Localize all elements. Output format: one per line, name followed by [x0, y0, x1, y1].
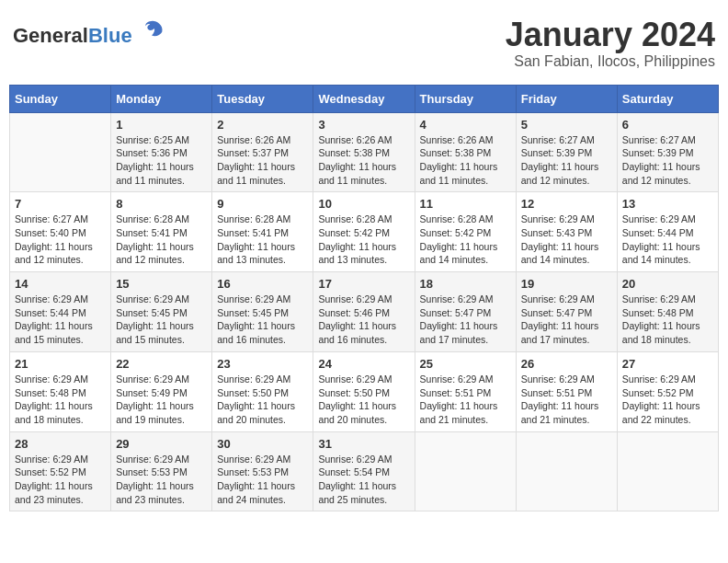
calendar-cell: 22 Sunrise: 6:29 AMSunset: 5:49 PMDaylig…	[111, 351, 212, 431]
day-info: Sunrise: 6:28 AMSunset: 5:42 PMDaylight:…	[420, 213, 511, 267]
day-info: Sunrise: 6:29 AMSunset: 5:46 PMDaylight:…	[318, 293, 409, 347]
day-number: 20	[622, 277, 713, 291]
calendar-cell: 19 Sunrise: 6:29 AMSunset: 5:47 PMDaylig…	[516, 272, 617, 352]
day-info: Sunrise: 6:29 AMSunset: 5:53 PMDaylight:…	[217, 453, 308, 507]
day-info: Sunrise: 6:29 AMSunset: 5:53 PMDaylight:…	[116, 453, 207, 507]
logo-general-text: General	[13, 24, 88, 47]
day-info: Sunrise: 6:25 AMSunset: 5:36 PMDaylight:…	[116, 133, 207, 188]
day-number: 28	[15, 437, 106, 451]
day-number: 7	[15, 197, 106, 211]
calendar-cell: 28 Sunrise: 6:29 AMSunset: 5:52 PMDaylig…	[10, 431, 111, 511]
day-info: Sunrise: 6:29 AMSunset: 5:52 PMDaylight:…	[15, 453, 106, 507]
day-info: Sunrise: 6:27 AMSunset: 5:39 PMDaylight:…	[521, 133, 612, 188]
day-number: 21	[15, 357, 106, 371]
day-number: 6	[622, 118, 713, 132]
day-number: 8	[116, 197, 207, 211]
calendar-week-row: 1 Sunrise: 6:25 AMSunset: 5:36 PMDayligh…	[10, 112, 719, 192]
calendar-week-row: 28 Sunrise: 6:29 AMSunset: 5:52 PMDaylig…	[10, 431, 719, 511]
day-number: 30	[217, 437, 308, 451]
day-info: Sunrise: 6:29 AMSunset: 5:49 PMDaylight:…	[116, 373, 207, 427]
calendar-cell: 8 Sunrise: 6:28 AMSunset: 5:41 PMDayligh…	[111, 192, 212, 272]
day-info: Sunrise: 6:28 AMSunset: 5:41 PMDaylight:…	[116, 213, 207, 267]
column-header-tuesday: Tuesday	[212, 85, 313, 112]
day-number: 12	[521, 197, 612, 211]
calendar-cell: 26 Sunrise: 6:29 AMSunset: 5:51 PMDaylig…	[516, 351, 617, 431]
day-number: 24	[318, 357, 409, 371]
calendar-cell: 29 Sunrise: 6:29 AMSunset: 5:53 PMDaylig…	[111, 431, 212, 511]
calendar-cell: 13 Sunrise: 6:29 AMSunset: 5:44 PMDaylig…	[617, 192, 718, 272]
calendar-cell: 12 Sunrise: 6:29 AMSunset: 5:43 PMDaylig…	[516, 192, 617, 272]
calendar-cell: 18 Sunrise: 6:29 AMSunset: 5:47 PMDaylig…	[415, 272, 516, 352]
calendar-cell: 4 Sunrise: 6:26 AMSunset: 5:38 PMDayligh…	[415, 112, 516, 192]
calendar-cell: 27 Sunrise: 6:29 AMSunset: 5:52 PMDaylig…	[617, 351, 718, 431]
day-number: 2	[217, 118, 308, 132]
day-info: Sunrise: 6:26 AMSunset: 5:38 PMDaylight:…	[318, 133, 409, 188]
logo: GeneralBlue	[13, 17, 165, 46]
column-header-wednesday: Wednesday	[313, 85, 415, 112]
day-number: 22	[116, 357, 207, 371]
day-number: 13	[622, 197, 713, 211]
calendar-cell: 2 Sunrise: 6:26 AMSunset: 5:37 PMDayligh…	[212, 112, 313, 192]
day-info: Sunrise: 6:29 AMSunset: 5:51 PMDaylight:…	[521, 373, 612, 427]
calendar-cell: 15 Sunrise: 6:29 AMSunset: 5:45 PMDaylig…	[111, 272, 212, 352]
calendar-week-row: 7 Sunrise: 6:27 AMSunset: 5:40 PMDayligh…	[10, 192, 719, 272]
day-number: 26	[521, 357, 612, 371]
day-info: Sunrise: 6:29 AMSunset: 5:45 PMDaylight:…	[217, 293, 308, 347]
calendar-cell: 20 Sunrise: 6:29 AMSunset: 5:48 PMDaylig…	[617, 272, 718, 352]
day-info: Sunrise: 6:29 AMSunset: 5:45 PMDaylight:…	[116, 293, 207, 347]
location-subtitle: San Fabian, Ilocos, Philippines	[506, 53, 715, 70]
calendar-header-row: SundayMondayTuesdayWednesdayThursdayFrid…	[10, 85, 719, 112]
day-number: 23	[217, 357, 308, 371]
day-info: Sunrise: 6:29 AMSunset: 5:48 PMDaylight:…	[15, 373, 106, 427]
day-info: Sunrise: 6:29 AMSunset: 5:44 PMDaylight:…	[622, 213, 713, 267]
title-block: January 2024 San Fabian, Ilocos, Philipp…	[506, 17, 715, 70]
column-header-saturday: Saturday	[617, 85, 718, 112]
calendar-cell	[415, 431, 516, 511]
day-number: 18	[420, 277, 511, 291]
calendar-cell: 11 Sunrise: 6:28 AMSunset: 5:42 PMDaylig…	[415, 192, 516, 272]
calendar-cell	[516, 431, 617, 511]
day-number: 25	[420, 357, 511, 371]
calendar-cell: 6 Sunrise: 6:27 AMSunset: 5:39 PMDayligh…	[617, 112, 718, 192]
day-info: Sunrise: 6:29 AMSunset: 5:50 PMDaylight:…	[318, 373, 409, 427]
calendar-cell: 17 Sunrise: 6:29 AMSunset: 5:46 PMDaylig…	[313, 272, 415, 352]
calendar-cell: 14 Sunrise: 6:29 AMSunset: 5:44 PMDaylig…	[10, 272, 111, 352]
page-header: GeneralBlue January 2024 San Fabian, Ilo…	[9, 9, 719, 77]
day-number: 11	[420, 197, 511, 211]
calendar-cell: 24 Sunrise: 6:29 AMSunset: 5:50 PMDaylig…	[313, 351, 415, 431]
day-info: Sunrise: 6:26 AMSunset: 5:38 PMDaylight:…	[420, 133, 511, 188]
day-number: 4	[420, 118, 511, 132]
calendar-cell	[10, 112, 111, 192]
calendar-cell: 5 Sunrise: 6:27 AMSunset: 5:39 PMDayligh…	[516, 112, 617, 192]
day-number: 16	[217, 277, 308, 291]
column-header-friday: Friday	[516, 85, 617, 112]
logo-blue-text: Blue	[88, 24, 132, 47]
day-number: 29	[116, 437, 207, 451]
calendar-cell: 9 Sunrise: 6:28 AMSunset: 5:41 PMDayligh…	[212, 192, 313, 272]
column-header-sunday: Sunday	[10, 85, 111, 112]
day-number: 17	[318, 277, 409, 291]
day-number: 5	[521, 118, 612, 132]
day-info: Sunrise: 6:27 AMSunset: 5:40 PMDaylight:…	[15, 213, 106, 267]
day-number: 3	[318, 118, 409, 132]
day-number: 1	[116, 118, 207, 132]
column-header-thursday: Thursday	[415, 85, 516, 112]
day-info: Sunrise: 6:29 AMSunset: 5:47 PMDaylight:…	[521, 293, 612, 347]
calendar-cell: 10 Sunrise: 6:28 AMSunset: 5:42 PMDaylig…	[313, 192, 415, 272]
day-info: Sunrise: 6:29 AMSunset: 5:51 PMDaylight:…	[420, 373, 511, 427]
calendar-week-row: 21 Sunrise: 6:29 AMSunset: 5:48 PMDaylig…	[10, 351, 719, 431]
day-info: Sunrise: 6:29 AMSunset: 5:43 PMDaylight:…	[521, 213, 612, 267]
calendar-cell: 1 Sunrise: 6:25 AMSunset: 5:36 PMDayligh…	[111, 112, 212, 192]
logo-bird-icon	[140, 17, 165, 42]
day-number: 14	[15, 277, 106, 291]
day-info: Sunrise: 6:29 AMSunset: 5:50 PMDaylight:…	[217, 373, 308, 427]
day-number: 31	[318, 437, 409, 451]
calendar-cell	[617, 431, 718, 511]
calendar-cell: 31 Sunrise: 6:29 AMSunset: 5:54 PMDaylig…	[313, 431, 415, 511]
day-info: Sunrise: 6:28 AMSunset: 5:41 PMDaylight:…	[217, 213, 308, 267]
day-number: 15	[116, 277, 207, 291]
day-info: Sunrise: 6:29 AMSunset: 5:48 PMDaylight:…	[622, 293, 713, 347]
calendar-cell: 7 Sunrise: 6:27 AMSunset: 5:40 PMDayligh…	[10, 192, 111, 272]
column-header-monday: Monday	[111, 85, 212, 112]
day-number: 9	[217, 197, 308, 211]
